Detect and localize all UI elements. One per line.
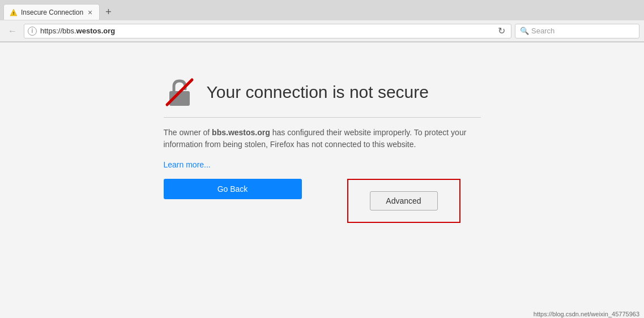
learn-more-link[interactable]: Learn more...: [164, 160, 211, 169]
error-title: Your connection is not secure: [207, 83, 429, 102]
button-row: Go Back Advanced: [164, 179, 481, 223]
info-icon[interactable]: i: [28, 27, 37, 36]
browser-chrome: ! Insecure Connection × + ← i https://bb…: [0, 0, 644, 42]
tab-bar: ! Insecure Connection × +: [0, 0, 644, 20]
back-button[interactable]: ←: [5, 23, 20, 39]
search-placeholder: Search: [531, 27, 555, 35]
page-content: Your connection is not secure The owner …: [0, 42, 644, 318]
error-header: Your connection is not secure: [164, 76, 481, 118]
nav-bar: ← i https://bbs.westos.org ↻ 🔍 Search: [0, 20, 644, 42]
go-back-button[interactable]: Go Back: [164, 179, 302, 199]
url-domain: westos.org: [76, 27, 116, 35]
status-url: https://blog.csdn.net/weixin_45775963: [534, 311, 639, 317]
error-container: Your connection is not secure The owner …: [164, 76, 481, 223]
advanced-button[interactable]: Advanced: [370, 191, 438, 210]
svg-text:!: !: [13, 11, 15, 16]
error-domain: bbs.westos.org: [212, 128, 270, 137]
reload-button[interactable]: ↻: [496, 25, 507, 36]
error-body: The owner of bbs.westos.org has configur…: [164, 127, 481, 151]
url-prefix: https://bbs.: [40, 27, 76, 35]
broken-lock-icon: [164, 76, 195, 108]
url-bar[interactable]: i https://bbs.westos.org ↻: [24, 24, 511, 38]
search-icon: 🔍: [520, 27, 529, 35]
tab-close-button[interactable]: ×: [87, 8, 93, 16]
status-bar: https://blog.csdn.net/weixin_45775963: [529, 310, 644, 318]
tab-title: Insecure Connection: [21, 8, 83, 16]
search-bar[interactable]: 🔍 Search: [515, 24, 639, 38]
advanced-box: Advanced: [347, 179, 460, 223]
url-text: https://bbs.westos.org: [40, 27, 496, 35]
error-body-prefix: The owner of: [164, 128, 212, 137]
new-tab-button[interactable]: +: [102, 7, 115, 17]
tab-warning-icon: !: [10, 8, 18, 16]
active-tab[interactable]: ! Insecure Connection ×: [3, 4, 100, 20]
